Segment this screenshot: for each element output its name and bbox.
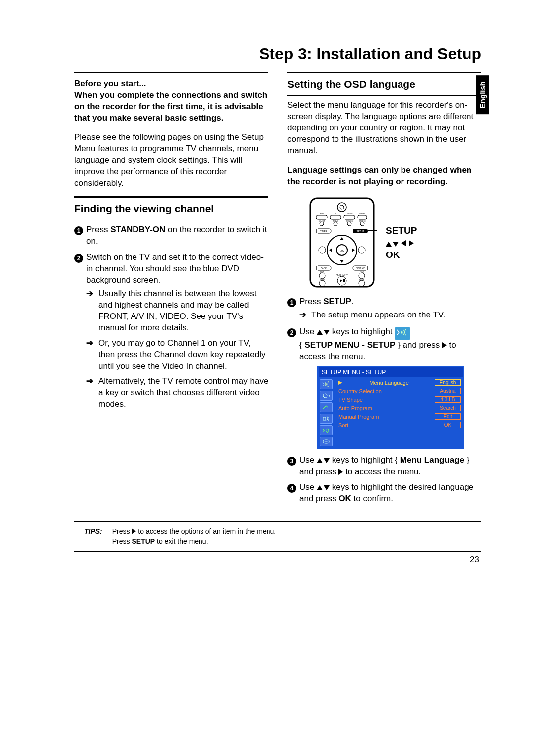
text-bold: SETUP	[323, 297, 351, 306]
arrow-right-icon: ➔	[299, 310, 311, 321]
up-arrow-icon	[386, 242, 392, 247]
svg-text:PREV: PREV	[320, 279, 325, 281]
svg-text:1: 1	[329, 395, 331, 398]
svg-point-36	[319, 273, 325, 279]
up-arrow-icon	[317, 458, 323, 463]
svg-rect-5	[344, 215, 355, 219]
osd-row: Country SelectionAustria	[335, 387, 463, 395]
page-number: 23	[74, 555, 481, 565]
text: Alternatively, the TV remote control may…	[98, 376, 268, 410]
svg-rect-47	[343, 279, 344, 282]
bullet-1-icon: 1	[74, 226, 83, 235]
svg-text:DISPLAY: DISPLAY	[356, 267, 365, 269]
remote-icon: HDD DVD USB/DV TUNER SELECT TV/DVD DVD R…	[307, 196, 377, 288]
bullet-3-icon: 3	[287, 457, 296, 466]
svg-point-12	[334, 222, 337, 226]
osd-item-value: Edit	[435, 413, 461, 420]
svg-point-31	[358, 247, 365, 253]
osd-item-value: 4:3 LB	[435, 396, 461, 403]
down-arrow-icon	[324, 330, 330, 335]
left-arrow-icon	[401, 240, 406, 246]
rule	[287, 95, 481, 96]
r-step-2: 2 Use keys to highlight { SETUP MENU - S…	[287, 326, 481, 363]
svg-text:SETUP: SETUP	[356, 230, 364, 232]
svg-text:DVD: DVD	[334, 213, 337, 215]
r-step-1: 1 Press SETUP.	[287, 296, 481, 308]
text: The setup menu appears on the TV.	[311, 310, 445, 321]
osd-icon-column: 1	[319, 378, 335, 446]
osd-title: SETUP MENU - SETUP	[319, 367, 463, 377]
osd-hdd-icon	[320, 437, 333, 446]
tips-box: TIPS: Press to access the options of an …	[74, 521, 481, 552]
text-bold: OK	[338, 494, 351, 503]
svg-text:USB/DV: USB/DV	[346, 213, 353, 215]
svg-rect-4	[330, 215, 341, 219]
rule	[74, 220, 268, 220]
svg-text:OK: OK	[340, 249, 344, 252]
r-step-3: 3 Use keys to highlight { Menu Language …	[287, 455, 481, 478]
osd-bold-note: Language settings can only be changed wh…	[287, 165, 481, 188]
r-step-1a: ➔ The setup menu appears on the TV.	[287, 310, 481, 323]
step-2: 2 Switch on the TV and set it to the cor…	[74, 252, 268, 286]
text: Use	[299, 482, 317, 492]
osd-item-label: Country Selection	[338, 388, 382, 394]
svg-text:PAUSE LIVE TV: PAUSE LIVE TV	[336, 274, 348, 276]
section-osd-lang: Setting the OSD language	[287, 78, 481, 90]
svg-rect-6	[358, 215, 367, 219]
svg-text:TV/DVD: TV/DVD	[333, 220, 338, 222]
text-bold: STANDBY-ON	[110, 225, 165, 234]
bullet-2-icon: 2	[74, 254, 83, 263]
up-arrow-icon	[317, 330, 323, 335]
osd-disc-icon: 1	[320, 391, 333, 401]
bullet-1-icon: 1	[287, 298, 296, 307]
svg-point-13	[347, 222, 351, 226]
svg-point-37	[359, 273, 365, 279]
remote-diagram: HDD DVD USB/DV TUNER SELECT TV/DVD DVD R…	[307, 196, 481, 290]
svg-text:DVD REC: DVD REC	[346, 220, 353, 222]
text: to confirm.	[351, 494, 393, 503]
osd-row: Auto ProgramSearch	[335, 404, 463, 412]
r-step-4: 4 Use keys to highlight the desired lang…	[287, 482, 481, 504]
osd-row: SortOK	[335, 421, 463, 429]
right-column: Setting the OSD language Select the menu…	[287, 72, 481, 506]
svg-point-50	[323, 394, 327, 398]
svg-point-11	[320, 222, 324, 226]
osd-item-value: OK	[435, 422, 461, 428]
osd-item-label: Sort	[338, 422, 348, 428]
step-2c: ➔ Alternatively, the TV remote control m…	[74, 376, 268, 412]
tips-line1: Press to access the options of an item i…	[112, 527, 276, 537]
osd-audio-icon	[320, 414, 333, 424]
osd-row: Manual ProgramEdit	[335, 412, 463, 421]
text: Usually this channel is between the lowe…	[98, 288, 268, 334]
arrow-right-icon: ➔	[86, 376, 98, 410]
right-arrow-icon	[338, 469, 343, 475]
osd-row: Menu LanguageEnglish	[335, 378, 463, 387]
text-bold: Menu Language	[400, 455, 464, 465]
svg-text:FFW: FFW	[360, 271, 364, 273]
step-2a: ➔ Usually this channel is between the lo…	[74, 288, 268, 336]
svg-text:NEXT: NEXT	[359, 279, 364, 281]
text: Press	[112, 537, 132, 545]
tips-label: TIPS:	[84, 527, 102, 546]
text: to exit the menu.	[155, 537, 208, 545]
text: Use	[299, 455, 317, 465]
remote-arrows-label	[386, 237, 417, 250]
text: Use	[299, 327, 317, 336]
up-arrow-icon	[317, 485, 323, 490]
osd-item-label: Manual Program	[338, 414, 379, 420]
osd-item-value: Austria	[435, 388, 461, 394]
intro-para: Please see the following pages on using …	[74, 132, 268, 189]
svg-text:SOURCE: SOURCE	[359, 220, 366, 222]
text: {	[299, 340, 304, 350]
svg-point-14	[360, 222, 364, 226]
step-1: 1 Press STANDBY-ON on the recorder to sw…	[74, 224, 268, 247]
setup-menu-icon	[395, 327, 410, 340]
osd-setup-icon	[320, 379, 333, 389]
text: Press	[86, 225, 110, 234]
text-bold: SETUP MENU - SETUP	[304, 340, 395, 350]
osd-menu: SETUP MENU - SETUP 1 Menu LanguageEnglis…	[317, 366, 464, 449]
text: to access the menu.	[345, 467, 421, 476]
svg-text:HDD: HDD	[320, 213, 324, 215]
text: Switch on the TV and set it to the corre…	[86, 252, 268, 286]
svg-point-30	[319, 247, 326, 253]
